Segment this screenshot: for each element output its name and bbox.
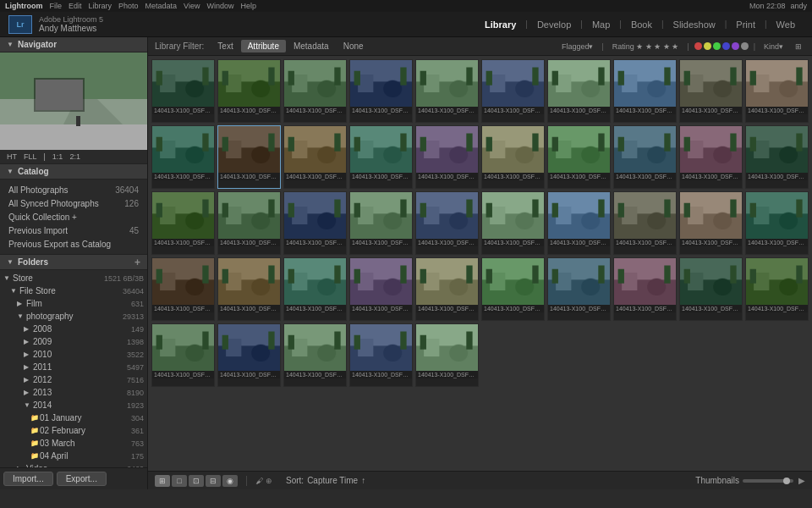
filter-tab-none[interactable]: None	[337, 40, 370, 52]
thumbnail-4[interactable]: 140413-X100_DSF9399.dng 1...ng	[415, 59, 479, 123]
zoom-1-1[interactable]: 1:1	[52, 152, 63, 161]
thumbnail-37[interactable]: 140413-X100_DSF9431.dng 1...ng	[613, 257, 677, 321]
sort-direction[interactable]: ↑	[361, 476, 365, 485]
lightroom-menu[interactable]: Lightroom	[5, 2, 43, 10]
module-map[interactable]: Map	[584, 16, 618, 33]
folders-add-btn[interactable]: +	[134, 257, 140, 268]
thumbnail-14[interactable]: 140413-X100_DSF9426.dng 1...ng	[415, 125, 479, 189]
thumbnail-42[interactable]: 140413-X100_DSF9399.dng 1...ng	[283, 323, 347, 387]
color-blue[interactable]	[722, 42, 730, 50]
zoom-2-1[interactable]: 2:1	[69, 152, 80, 161]
catalog-quick[interactable]: Quick Collection +	[7, 210, 140, 224]
thumbnail-3[interactable]: 140413-X100_DSF9395.dng 1...ng	[349, 59, 413, 123]
thumbnail-11[interactable]: 140413-X100_DSF9418.dng 1...ng	[217, 125, 281, 189]
flagged-filter[interactable]: Flagged▾	[558, 41, 597, 52]
thumbnail-35[interactable]: 140413-X100_DSF9429.dng 1...ng	[481, 257, 545, 321]
spray-tool[interactable]: 🖌	[255, 477, 263, 485]
folder-apr[interactable]: 📁 04 April 175	[0, 450, 147, 462]
thumbnail-38[interactable]: 140413-X100_DSF9388.dng 1...ng	[679, 257, 743, 321]
catalog-synced[interactable]: All Synced Photographs 126	[7, 196, 140, 210]
thumbnail-24[interactable]: 140413-X100_DSF9400.dng 1...ng	[415, 191, 479, 255]
folder-2014[interactable]: ▼ 2014 1923	[0, 399, 147, 411]
thumbnail-17[interactable]: 140413-X100_DSF9430.dng 1...ng	[613, 125, 677, 189]
thumbnail-44[interactable]: 140413-X100_DSF9401.dng 1...ng	[415, 323, 479, 387]
folder-film[interactable]: ▶ Film 631	[0, 297, 147, 310]
thumbnail-29[interactable]: 140413-X100_DSF9414.dng 1...ng	[745, 191, 809, 255]
color-purple[interactable]	[732, 42, 739, 50]
help-menu[interactable]: Help	[240, 2, 256, 10]
survey-view-button[interactable]: ⊟	[206, 475, 221, 487]
map-view-button[interactable]: ◉	[222, 475, 238, 487]
sort-control[interactable]: Sort: Capture Time ↑	[286, 476, 365, 485]
thumbnail-20[interactable]: 140413-X100_DSF9389.dng 1...ng	[151, 191, 215, 255]
navigator-header[interactable]: ▼ Navigator	[0, 37, 147, 52]
folder-jan[interactable]: 📁 01 January 304	[0, 411, 147, 424]
thumbnail-27[interactable]: 140413-X100_DSF9411.dng 1...ng	[613, 191, 677, 255]
thumbnail-9[interactable]: 140413-X100_DSF9412.dng 1...ng	[745, 59, 809, 123]
thumbnail-30[interactable]: 140413-X100_DSF9418.dng 1...ng	[151, 257, 215, 321]
module-develop[interactable]: Develop	[529, 16, 579, 33]
folder-2008[interactable]: ▶ 2008 149	[0, 323, 147, 335]
catalog-all-photos[interactable]: All Photographs 36404	[7, 183, 140, 196]
thumbnail-31[interactable]: 140413-X100_DSF9421.dng 1...ng	[217, 257, 281, 321]
file-menu[interactable]: File	[50, 2, 63, 10]
catalog-prev-import[interactable]: Previous Import 45	[7, 224, 140, 237]
folder-2011[interactable]: ▶ 2011 5497	[0, 361, 147, 373]
photo-menu[interactable]: Photo	[118, 2, 139, 10]
thumbnail-36[interactable]: 140413-X100_DSF9430.dng 1...ng	[547, 257, 611, 321]
thumbnail-23[interactable]: 140413-X100_DSF9399.dng 1...ng	[349, 191, 413, 255]
thumbnail-1[interactable]: 140413-X100_DSF9389.dng 1...ng	[217, 59, 281, 123]
color-none[interactable]	[741, 42, 749, 50]
loupe-view-button[interactable]: □	[172, 475, 187, 487]
filter-tool[interactable]: ⊕	[266, 477, 272, 485]
thumbnail-10[interactable]: 140413-X100_DSF9414.dng 1...ng	[151, 125, 215, 189]
thumbnail-28[interactable]: 140413-X100_DSF9412.dng 1...ng	[679, 191, 743, 255]
module-slideshow[interactable]: Slideshow	[665, 16, 724, 33]
thumbnail-26[interactable]: 140413-X100_DSF9402.dng 1...ng	[547, 191, 611, 255]
kind-filter[interactable]: Kind▾	[760, 41, 787, 52]
folder-2010[interactable]: ▶ 2010 3522	[0, 348, 147, 361]
thumbnail-0[interactable]: 140413-X100_DSF9388.dng 1...ng	[151, 59, 215, 123]
module-book[interactable]: Book	[623, 16, 661, 33]
thumbnail-22[interactable]: 140413-X100_DSF9395.dng 1...ng	[283, 191, 347, 255]
import-button[interactable]: Import...	[3, 472, 53, 486]
folders-store[interactable]: ▼ Store 1521 6B/3B	[0, 272, 147, 284]
filter-toggle[interactable]: ⊞	[792, 41, 805, 52]
sort-value[interactable]: Capture Time	[307, 476, 358, 485]
thumbnail-size-slider[interactable]: Thumbnails	[695, 476, 793, 485]
zoom-fll[interactable]: FLL	[24, 152, 37, 161]
filter-tab-attribute[interactable]: Attribute	[241, 40, 286, 52]
folder-file-store[interactable]: ▼ File Store 36404	[0, 284, 147, 297]
thumbnail-16[interactable]: 140413-X100_DSF9429.dng 1...ng	[547, 125, 611, 189]
catalog-header[interactable]: ▼ Catalog	[0, 164, 147, 179]
folder-2012[interactable]: ▶ 2012 7516	[0, 373, 147, 386]
thumbnail-43[interactable]: 140413-X100_DSF9400.dng 1...ng	[349, 323, 413, 387]
thumbnail-grid[interactable]: 140413-X100_DSF9388.dng 1...ng140413-X10…	[148, 56, 812, 471]
thumbnail-2[interactable]: 140413-X100_DSF9390.dng 1...ng	[283, 59, 347, 123]
rating-filter[interactable]: Rating ★ ★ ★ ★ ★	[609, 41, 683, 52]
panel-toggle-right[interactable]: ▶	[798, 476, 805, 485]
folders-header[interactable]: ▼ Folders +	[0, 255, 147, 270]
folder-2013[interactable]: ▶ 2013 8190	[0, 386, 147, 399]
color-yellow[interactable]	[704, 42, 711, 50]
module-web[interactable]: Web	[768, 16, 804, 33]
thumbnail-39[interactable]: 140413-X100_DSF9389.dng 1...ng	[745, 257, 809, 321]
thumbnail-25[interactable]: 140413-X100_DSF9401.dng 1...ng	[481, 191, 545, 255]
module-library[interactable]: Library	[476, 16, 524, 33]
grid-view-button[interactable]: ⊞	[155, 475, 170, 487]
library-menu[interactable]: Library	[89, 2, 112, 10]
color-red[interactable]	[694, 42, 702, 50]
thumbnail-33[interactable]: 140413-X100_DSF9426.dng 1...ng	[349, 257, 413, 321]
color-green[interactable]	[713, 42, 721, 50]
zoom-ht[interactable]: HT	[7, 152, 17, 161]
thumbnail-32[interactable]: 140413-X100_DSF9423.dng 1...ng	[283, 257, 347, 321]
compare-view-button[interactable]: ⊡	[189, 475, 204, 487]
thumbnail-13[interactable]: 140413-X100_DSF9423.dng 1...ng	[349, 125, 413, 189]
catalog-prev-export[interactable]: Previous Export as Catalog	[7, 237, 140, 251]
thumbnail-8[interactable]: 140413-X100_DSF9411.dng 1...ng	[679, 59, 743, 123]
thumbnail-7[interactable]: 140413-X100_DSF9402.dng 1...ng	[613, 59, 677, 123]
edit-menu[interactable]: Edit	[69, 2, 82, 10]
export-button[interactable]: Export...	[57, 472, 107, 486]
thumbnail-40[interactable]: 140413-X100_DSF9390.dng 1...ng	[151, 323, 215, 387]
filter-tab-metadata[interactable]: Metadata	[287, 40, 336, 52]
